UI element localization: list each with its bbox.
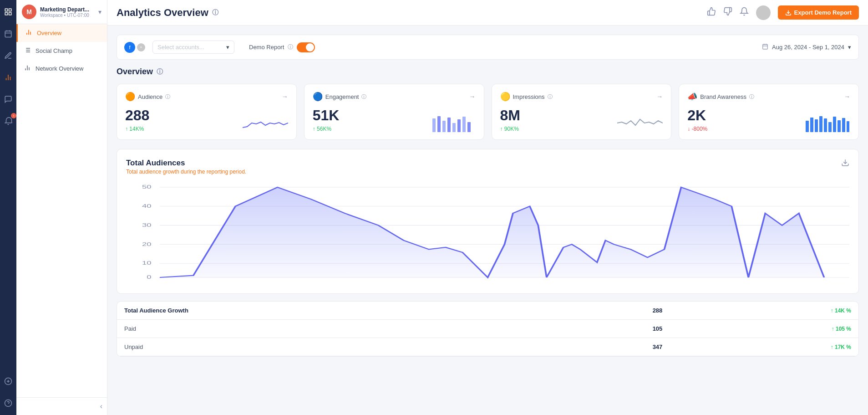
svg-text:40: 40 [142,203,152,209]
brand-awareness-card-label: 📣 Brand Awareness ⓘ [687,92,754,102]
brand-awareness-info-icon: ⓘ [749,93,754,100]
audience-info-icon: ⓘ [165,93,170,100]
audience-card: 🟠 Audience ⓘ → 288 ↑ 14K% [117,84,297,140]
svg-text:Wed 15: Wed 15 [517,282,543,282]
sidebar-icon-grid[interactable] [2,5,15,18]
demo-report-toggle-group: Demo Report ⓘ [249,42,315,52]
svg-text:Fri 17: Fri 17 [571,282,590,282]
impressions-sparkline [617,114,663,132]
svg-text:Tue 07: Tue 07 [316,282,340,282]
svg-rect-38 [457,119,461,132]
engagement-card-label: 🔵 Engagement ⓘ [313,92,367,102]
svg-text:Mon 13: Mon 13 [467,282,492,282]
svg-text:Sat 11: Sat 11 [418,282,440,282]
svg-text:Fri 03: Fri 03 [217,282,236,282]
filter-bar: f + Select accounts... ▾ Demo Report ⓘ A… [117,35,859,60]
export-demo-report-button[interactable]: Export Demo Report [778,5,859,20]
bell-icon[interactable] [740,7,749,18]
toggle-knob [306,43,314,51]
table-header-change: ↑ 14K % [670,302,858,320]
chart-download-button[interactable] [841,159,849,169]
audience-change: ↑ 14K% [125,126,149,132]
user-avatar[interactable] [756,5,771,20]
paid-value: 105 [538,320,670,338]
sidebar-icon-add[interactable] [2,375,15,388]
impressions-card-label: 🟡 Impressions ⓘ [500,92,553,102]
svg-text:Nov 19: Nov 19 [619,282,643,282]
svg-rect-45 [824,118,827,132]
network-overview-label: Network Overview [36,65,83,72]
calendar-icon [762,43,768,51]
svg-text:0: 0 [147,274,151,280]
network-overview-icon [24,64,31,73]
svg-rect-2 [5,13,7,15]
overview-info-icon: ⓘ [157,68,163,76]
workspace-timezone: Workspace • UTC-07:00 [40,13,95,18]
svg-text:10: 10 [142,260,152,266]
brand-awareness-arrow[interactable]: → [844,93,850,100]
workspace-chevron: ▾ [98,8,102,15]
facebook-icon[interactable]: f [124,42,135,53]
sidebar-collapse-button[interactable]: ‹ [16,397,107,415]
workspace-selector[interactable]: M Marketing Depart... Workspace • UTC-07… [16,0,107,24]
svg-rect-33 [432,118,436,132]
sidebar-icon-notifications[interactable]: ! [2,115,15,128]
sidebar-icon-analytics[interactable] [2,71,15,84]
svg-rect-48 [838,120,841,132]
dropdown-placeholder: Select accounts... [157,44,223,51]
svg-text:Tue 21: Tue 21 [661,282,684,282]
page-title-text: Analytics Overview [117,7,208,19]
svg-rect-37 [452,123,456,132]
svg-rect-35 [442,121,446,132]
impressions-info-icon: ⓘ [548,93,553,100]
svg-rect-29 [763,44,768,49]
svg-rect-46 [828,122,832,132]
sidebar-item-network-overview[interactable]: Network Overview [16,60,107,77]
table-row: Unpaid 347 ↑ 17K % [117,338,858,356]
chart-title: Total Audiences [126,159,246,168]
svg-text:Thu 09: Thu 09 [366,282,390,282]
dropdown-chevron: ▾ [226,44,229,51]
svg-rect-34 [437,116,441,132]
audience-card-label: 🟠 Audience ⓘ [125,92,170,102]
overview-section: Overview ⓘ 🟠 Audience ⓘ → [117,67,859,140]
more-platforms-icon: + [137,43,145,51]
audience-value: 288 [125,107,149,124]
date-range-text: Aug 26, 2024 - Sep 1, 2024 [772,44,844,51]
header-info-icon[interactable]: ⓘ [212,9,218,17]
audience-growth-table: Total Audience Growth 288 ↑ 14K % Paid 1… [117,301,859,357]
impressions-change: ↑ 90K% [500,126,520,132]
total-change-value: ↑ 14K % [831,307,851,314]
sidebar-icon-calendar[interactable] [2,27,15,40]
export-btn-label: Export Demo Report [794,9,852,16]
unpaid-value: 347 [538,338,670,356]
svg-text:Mon 05: Mon 05 [265,282,290,282]
table-row: Paid 105 ↑ 105 % [117,320,858,338]
engagement-arrow[interactable]: → [469,93,476,100]
demo-report-toggle[interactable] [297,42,315,52]
svg-text:20: 20 [142,241,152,247]
audience-arrow[interactable]: → [282,93,288,100]
impressions-value: 8M [500,107,520,124]
account-dropdown[interactable]: Select accounts... ▾ [152,41,234,54]
sidebar-icon-help[interactable] [2,397,15,410]
sidebar-item-social-champ[interactable]: Social Champ [16,42,107,60]
date-range-chevron: ▾ [848,44,851,51]
sidebar-item-overview[interactable]: Overview [16,24,107,42]
svg-text:November: November [142,282,178,282]
svg-rect-50 [847,121,849,132]
content-area: f + Select accounts... ▾ Demo Report ⓘ A… [107,26,868,415]
chart-subtitle: Total audience growth during the reporti… [126,169,246,175]
notification-badge: ! [11,113,16,118]
social-champ-label: Social Champ [36,47,72,54]
social-icons-filter: f + [124,42,145,53]
thumbs-down-icon[interactable] [723,7,732,18]
sidebar-icon-compose[interactable] [2,49,15,62]
collapse-icon: ‹ [100,402,102,410]
svg-rect-39 [462,117,466,132]
sidebar-icon-mentions[interactable] [2,93,15,106]
date-range-picker[interactable]: Aug 26, 2024 - Sep 1, 2024 ▾ [762,43,851,51]
engagement-info-icon: ⓘ [361,93,366,100]
thumbs-up-icon[interactable] [707,7,716,18]
impressions-arrow[interactable]: → [656,93,663,100]
